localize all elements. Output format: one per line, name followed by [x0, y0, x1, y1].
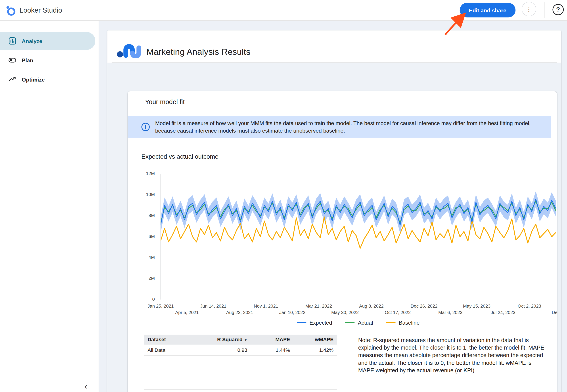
y-tick-label: 4M: [139, 255, 155, 260]
sidebar-item-analyze[interactable]: Analyze: [0, 32, 95, 50]
x-tick-label: Nov 1, 2021: [254, 304, 278, 309]
table-row: All Data 0.93 1.44% 1.42%: [144, 345, 337, 356]
x-tick-label: Aug 8, 2022: [359, 304, 384, 309]
legend-item-actual[interactable]: Actual: [345, 319, 373, 325]
x-tick-label: Dec: [552, 310, 557, 315]
x-tick-label: May 15, 2023: [463, 304, 491, 309]
sidebar-item-optimize[interactable]: Optimize: [0, 70, 95, 88]
report-page: Marketing Analysis Results Your model fi…: [107, 30, 561, 392]
y-tick-label: 10M: [139, 192, 155, 197]
legend-label: Baseline: [399, 319, 420, 325]
column-header-wmape[interactable]: wMAPE: [294, 336, 337, 342]
help-button[interactable]: ?: [552, 4, 564, 15]
table-header-row: Dataset R Squared▼ MAPE wMAPE: [144, 335, 337, 345]
table-empty-body: [144, 356, 337, 390]
chart-x-axis-labels: Jan 25, 2021Apr 5, 2021Jun 14, 2021Aug 2…: [160, 303, 556, 318]
app-title: Looker Studio: [20, 0, 62, 21]
cell-mape: 1.44%: [251, 347, 293, 353]
x-tick-label: Jan 25, 2021: [147, 304, 174, 309]
optimize-trending-up-icon: [8, 75, 16, 84]
sidebar-item-label: Analyze: [22, 38, 42, 44]
meridian-logo-icon: [117, 41, 142, 58]
y-tick-label: 12M: [139, 171, 155, 176]
chart-legend: Expected Actual Baseline: [160, 319, 556, 326]
y-tick-label: 6M: [139, 234, 155, 239]
legend-label: Actual: [358, 319, 373, 325]
x-tick-label: Mar 6, 2023: [438, 310, 462, 315]
x-tick-label: May 30, 2022: [331, 310, 359, 315]
x-tick-label: Apr 5, 2021: [175, 310, 199, 315]
looker-studio-logo-icon: [5, 5, 16, 16]
column-header-r-squared[interactable]: R Squared▼: [198, 336, 251, 342]
cell-dataset: All Data: [144, 347, 198, 353]
edit-and-share-button[interactable]: Edit and share: [460, 3, 515, 17]
sidebar-item-plan[interactable]: Plan: [0, 51, 95, 69]
timeseries-chart: [160, 174, 556, 300]
model-fit-table: Dataset R Squared▼ MAPE wMAPE All Data 0…: [144, 335, 337, 390]
card-title: Your model fit: [145, 98, 185, 106]
cell-r-squared: 0.93: [198, 347, 251, 353]
x-tick-label: Jun 14, 2021: [200, 304, 226, 309]
sort-descending-icon: ▼: [244, 338, 247, 342]
info-icon: [141, 122, 150, 131]
x-tick-label: Aug 23, 2021: [226, 310, 253, 315]
header-divider: [544, 2, 545, 18]
column-header-dataset[interactable]: Dataset: [144, 336, 198, 342]
chart-y-axis-labels: 12M10M8M6M4M2M0: [139, 174, 158, 304]
x-tick-label: Jan 10, 2022: [279, 310, 305, 315]
legend-item-expected[interactable]: Expected: [297, 319, 332, 325]
x-tick-label: Oct 2, 2023: [518, 304, 541, 309]
analyze-chart-icon: [8, 37, 16, 45]
x-tick-label: Dec 26, 2022: [411, 304, 438, 309]
more-options-button[interactable]: ⋮: [522, 2, 536, 16]
sidebar-item-label: Plan: [22, 57, 33, 63]
vertical-ellipsis-icon: ⋮: [526, 5, 532, 13]
sidebar-item-label: Optimize: [22, 76, 45, 83]
app-window: Looker Studio Edit and share ⋮ ? Analyze: [0, 0, 567, 392]
report-title: Marketing Analysis Results: [146, 47, 250, 57]
y-tick-label: 8M: [139, 213, 155, 218]
collapse-sidebar-button[interactable]: ‹: [81, 382, 91, 391]
x-tick-label: Mar 21, 2022: [305, 304, 332, 309]
actual-line-swatch: [345, 322, 355, 323]
baseline-line-swatch: [386, 322, 396, 323]
x-tick-label: Oct 17, 2022: [385, 310, 411, 315]
plan-toggle-icon: [8, 56, 16, 64]
cell-wmape: 1.42%: [294, 347, 337, 353]
column-header-mape[interactable]: MAPE: [251, 336, 293, 342]
legend-label: Expected: [309, 319, 332, 325]
question-mark-icon: ?: [556, 6, 560, 13]
main-content-area: Marketing Analysis Results Your model fi…: [99, 21, 567, 392]
info-banner-text: Model fit is a measure of how well your …: [155, 119, 542, 134]
chart-plot-area[interactable]: [160, 174, 556, 300]
x-tick-label: Jul 24, 2023: [491, 310, 515, 315]
top-app-bar: Looker Studio Edit and share ⋮ ?: [0, 0, 567, 21]
y-tick-label: 0: [139, 297, 155, 302]
model-fit-card: Your model fit Model fit is a measure of…: [128, 91, 557, 392]
model-fit-section-background: Your model fit Model fit is a measure of…: [107, 63, 561, 392]
legend-item-baseline[interactable]: Baseline: [386, 319, 420, 325]
model-fit-note: Note: R-squared measures the amount of v…: [358, 336, 548, 374]
info-banner: Model fit is a measure of how well your …: [128, 116, 551, 138]
chart-title: Expected vs actual outcome: [141, 153, 218, 160]
y-tick-label: 2M: [139, 276, 155, 281]
left-nav-sidebar: Analyze Plan Optimize ‹: [0, 21, 99, 392]
expected-line-swatch: [297, 322, 306, 323]
chevron-left-icon: ‹: [85, 382, 87, 391]
